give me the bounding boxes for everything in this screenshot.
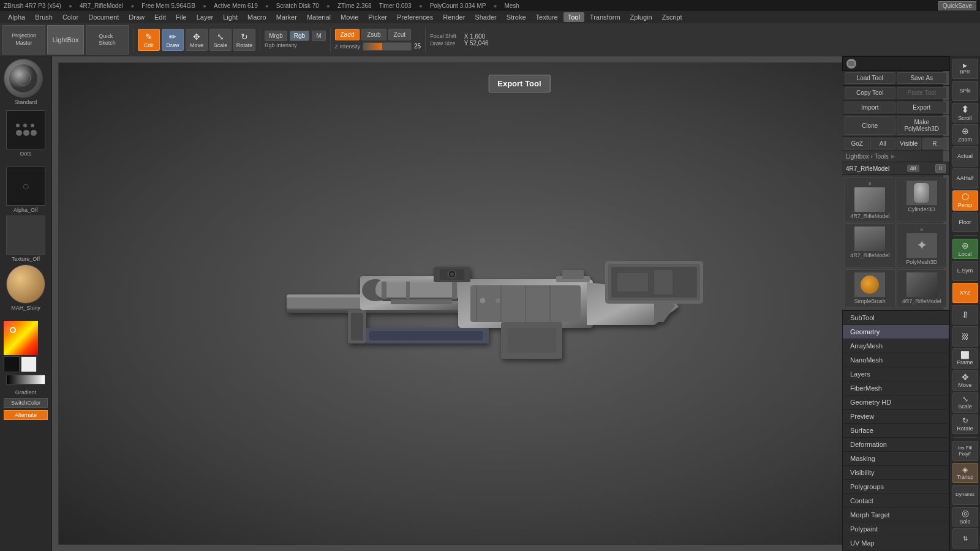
menu-list-polypaint[interactable]: Polypaint xyxy=(843,522,949,536)
lsym-button[interactable]: L.Sym xyxy=(952,261,978,281)
clone-button[interactable]: Clone xyxy=(845,116,895,135)
copy-tool-button[interactable]: Copy Tool xyxy=(845,87,895,99)
local-button[interactable]: ⊛ Local xyxy=(952,239,978,259)
menu-preferences[interactable]: Preferences xyxy=(393,12,437,22)
thumb-item-gun3[interactable]: 4R7_RifleModel xyxy=(897,269,948,307)
goz-button[interactable]: GoZ xyxy=(845,138,869,149)
menu-list-preview[interactable]: Preview xyxy=(843,410,949,424)
menu-alpha[interactable]: Alpha xyxy=(4,12,29,22)
menu-marker[interactable]: Marker xyxy=(272,12,301,22)
menu-list-arraymesh[interactable]: ArrayMesh xyxy=(843,339,949,353)
white-swatch[interactable] xyxy=(21,356,37,372)
menu-list-visibility[interactable]: Visibility xyxy=(843,466,949,480)
scroll-button[interactable]: ⬍ Scroll xyxy=(952,103,978,123)
import-button[interactable]: Import xyxy=(845,102,895,113)
save-as-button[interactable]: Save As xyxy=(897,72,948,84)
menu-zplugin[interactable]: Zplugin xyxy=(626,12,657,22)
extra-btn1[interactable]: ⇅ xyxy=(952,528,978,549)
menu-texture[interactable]: Texture xyxy=(532,12,562,22)
alpha-item[interactable]: ○ Alpha_Off xyxy=(6,167,45,213)
rotate-tool-button[interactable]: ↻ Rotate xyxy=(233,29,255,51)
xyz-button[interactable]: XYZ xyxy=(952,283,978,303)
menu-layer[interactable]: Layer xyxy=(192,12,218,22)
spix-button[interactable]: SPix xyxy=(952,81,978,101)
rotate-button-right[interactable]: ↻ Rotate xyxy=(952,414,978,435)
mrgb-button[interactable]: Mrgb xyxy=(265,31,287,41)
scale-button-right[interactable]: ⤡ Scale xyxy=(952,392,978,413)
menu-brush[interactable]: Brush xyxy=(31,12,57,22)
move-button-right[interactable]: ✥ Move xyxy=(952,370,978,391)
menu-render[interactable]: Render xyxy=(439,12,469,22)
thumb-item-gun2[interactable]: 4R7_RifleModel xyxy=(845,223,895,268)
menu-shader[interactable]: Shader xyxy=(470,12,500,22)
transp-button[interactable]: ◈ Transp xyxy=(952,463,978,483)
floor-button[interactable]: Floor xyxy=(952,212,978,233)
paste-tool-button[interactable]: Paste Tool xyxy=(897,87,948,99)
menu-movie[interactable]: Movie xyxy=(336,12,363,22)
m-button[interactable]: M xyxy=(312,31,325,41)
load-tool-button[interactable]: Load Tool xyxy=(845,72,895,84)
gradient-preview[interactable] xyxy=(6,375,45,384)
export-button[interactable]: Export xyxy=(897,102,948,113)
dynamis-button[interactable]: Dynamis xyxy=(952,485,978,505)
zadd-button[interactable]: Zadd xyxy=(335,29,360,40)
bpr-button[interactable]: ▶ BPR xyxy=(952,59,978,79)
ins-fill-button[interactable]: Ins Fill PolyF xyxy=(952,441,978,461)
edit-tool-button[interactable]: ✎ Edit xyxy=(138,29,160,51)
menu-list-uvmap[interactable]: UV Map xyxy=(843,536,949,550)
menu-light[interactable]: Light xyxy=(219,12,242,22)
draw-tool-button[interactable]: ✏ Draw xyxy=(162,29,184,51)
menu-stroke[interactable]: Stroke xyxy=(502,12,530,22)
menu-list-subtool[interactable]: SubTool xyxy=(843,311,949,325)
material-item[interactable]: MAH_Shiny xyxy=(6,264,45,311)
menu-list-polygroups[interactable]: Polygroups xyxy=(843,480,949,494)
menu-list-layers[interactable]: Layers xyxy=(843,367,949,381)
menu-tool[interactable]: Tool xyxy=(564,12,584,22)
menu-list-fibermesh[interactable]: FiberMesh xyxy=(843,381,949,395)
menu-list-morphtarget[interactable]: Morph Target xyxy=(843,508,949,522)
visible-button[interactable]: Visible xyxy=(897,138,921,149)
menu-list-surface[interactable]: Surface xyxy=(843,424,949,438)
menu-edit[interactable]: Edit xyxy=(150,12,170,22)
color-picker[interactable] xyxy=(4,321,48,372)
alternate-button[interactable]: Alternate xyxy=(4,410,48,420)
make-polymesh3d-button[interactable]: Make PolyMesh3D xyxy=(897,116,948,135)
thumb-item-polymesh[interactable]: 8 ✦ PolyMesh3D xyxy=(897,223,948,268)
color-square[interactable] xyxy=(4,321,38,355)
texture-item[interactable]: Texture_Off xyxy=(6,216,45,262)
brush-item-standard[interactable]: Standard xyxy=(4,59,48,105)
solo-button[interactable]: ◎ Solo xyxy=(952,507,978,527)
move-tool-button[interactable]: ✥ Move xyxy=(186,29,208,51)
actual-button[interactable]: Actual xyxy=(952,146,978,167)
menu-zscript[interactable]: Zscript xyxy=(658,12,687,22)
black-swatch[interactable] xyxy=(4,356,20,372)
zoom-button[interactable]: ⊕ Zoom xyxy=(952,124,978,144)
quick-sketch-button[interactable]: QuickSketch xyxy=(86,25,129,54)
quicksave-button[interactable]: QuickSave xyxy=(938,1,976,10)
thumb-item-simplebrush[interactable]: SimpleBrush xyxy=(845,269,895,307)
menu-transform[interactable]: Transform xyxy=(586,12,625,22)
scale-tool-button[interactable]: ⤡ Scale xyxy=(209,29,232,51)
r-button[interactable]: R xyxy=(922,138,947,149)
menu-color[interactable]: Color xyxy=(58,12,83,22)
menu-document[interactable]: Document xyxy=(84,12,123,22)
aahalf-button[interactable]: AAHalf xyxy=(952,168,978,189)
menu-file[interactable]: File xyxy=(172,12,191,22)
menu-macro[interactable]: Macro xyxy=(243,12,271,22)
thumb-item-gun1[interactable]: 8 4R7_RifleModel xyxy=(845,178,895,222)
empty-btn1[interactable]: ⥯ xyxy=(952,305,978,325)
z-intensity-slider[interactable] xyxy=(363,42,412,51)
menu-list-geometryhd[interactable]: Geometry HD xyxy=(843,395,949,410)
empty-btn2[interactable]: ⛓ xyxy=(952,326,978,347)
frame-button[interactable]: ⬜ Frame xyxy=(952,348,978,369)
menu-list-geometry[interactable]: Geometry xyxy=(843,325,949,339)
menu-list-contact[interactable]: Contact xyxy=(843,494,949,508)
dots-brush[interactable]: Dots xyxy=(6,110,45,157)
persp-button[interactable]: ⬡ Persp xyxy=(952,190,978,211)
all-button[interactable]: All xyxy=(870,138,895,149)
switch-color-button[interactable]: SwitchColor xyxy=(4,398,48,408)
lightbox-button[interactable]: LightBox xyxy=(47,25,84,54)
rgb-button[interactable]: Rgb xyxy=(290,31,309,41)
lightbox-tools-row[interactable]: Lightbox › Tools xyxy=(842,151,949,162)
menu-material[interactable]: Material xyxy=(303,12,335,22)
